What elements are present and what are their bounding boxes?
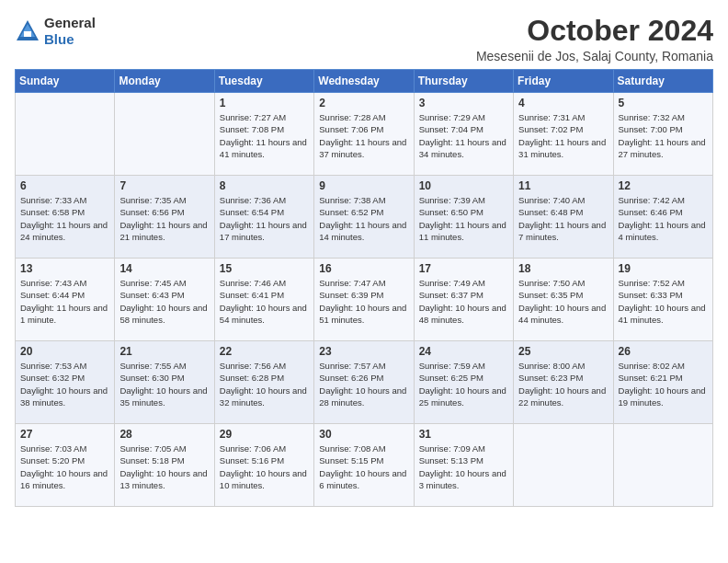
day-detail: Sunrise: 8:00 AM Sunset: 6:23 PM Dayligh… <box>518 360 608 408</box>
day-number: 5 <box>619 97 708 109</box>
day-detail: Sunrise: 7:49 AM Sunset: 6:37 PM Dayligh… <box>419 277 508 326</box>
day-detail: Sunrise: 7:29 AM Sunset: 7:04 PM Dayligh… <box>419 111 508 160</box>
day-number: 11 <box>518 179 608 192</box>
calendar-cell: 2Sunrise: 7:28 AM Sunset: 7:06 PM Daylig… <box>314 93 414 176</box>
day-number: 22 <box>220 345 309 358</box>
calendar-cell: 21Sunrise: 7:55 AM Sunset: 6:30 PM Dayli… <box>115 341 214 424</box>
weekday-header-monday: Monday <box>115 70 214 93</box>
logo-text: General Blue <box>44 15 96 48</box>
day-detail: Sunrise: 7:42 AM Sunset: 6:46 PM Dayligh… <box>619 194 708 243</box>
logo-general: General <box>44 15 96 30</box>
day-detail: Sunrise: 7:50 AM Sunset: 6:35 PM Dayligh… <box>518 277 608 326</box>
calendar-cell: 14Sunrise: 7:45 AM Sunset: 6:43 PM Dayli… <box>115 259 214 341</box>
day-number: 4 <box>518 97 608 109</box>
day-detail: Sunrise: 7:59 AM Sunset: 6:25 PM Dayligh… <box>419 360 508 408</box>
day-number: 1 <box>220 97 309 109</box>
logo: General Blue <box>15 15 96 48</box>
weekday-header-sunday: Sunday <box>16 70 115 93</box>
day-number: 25 <box>518 345 608 358</box>
calendar-cell: 3Sunrise: 7:29 AM Sunset: 7:04 PM Daylig… <box>414 93 513 176</box>
day-number: 17 <box>419 262 508 275</box>
day-detail: Sunrise: 7:09 AM Sunset: 5:13 PM Dayligh… <box>419 442 508 491</box>
calendar-cell: 12Sunrise: 7:42 AM Sunset: 6:46 PM Dayli… <box>613 176 712 259</box>
day-number: 26 <box>619 345 708 358</box>
calendar-cell: 29Sunrise: 7:06 AM Sunset: 5:16 PM Dayli… <box>214 424 313 507</box>
day-detail: Sunrise: 7:33 AM Sunset: 6:58 PM Dayligh… <box>20 194 109 243</box>
day-number: 16 <box>319 262 408 275</box>
calendar-table: SundayMondayTuesdayWednesdayThursdayFrid… <box>15 69 713 507</box>
calendar-week-row: 20Sunrise: 7:53 AM Sunset: 6:32 PM Dayli… <box>16 341 713 424</box>
day-detail: Sunrise: 7:06 AM Sunset: 5:16 PM Dayligh… <box>220 442 309 491</box>
calendar-subtitle: Mesesenii de Jos, Salaj County, Romania <box>476 49 713 63</box>
weekday-header-friday: Friday <box>514 70 613 93</box>
calendar-cell: 17Sunrise: 7:49 AM Sunset: 6:37 PM Dayli… <box>414 259 513 341</box>
calendar-title: October 2024 <box>476 15 713 47</box>
calendar-cell: 11Sunrise: 7:40 AM Sunset: 6:48 PM Dayli… <box>514 176 613 259</box>
day-number: 21 <box>119 345 209 358</box>
calendar-cell <box>16 93 115 176</box>
calendar-cell: 13Sunrise: 7:43 AM Sunset: 6:44 PM Dayli… <box>16 259 115 341</box>
day-number: 29 <box>220 428 309 441</box>
calendar-cell: 19Sunrise: 7:52 AM Sunset: 6:33 PM Dayli… <box>613 259 712 341</box>
day-number: 8 <box>220 179 309 192</box>
calendar-week-row: 1Sunrise: 7:27 AM Sunset: 7:08 PM Daylig… <box>16 93 713 176</box>
weekday-header-row: SundayMondayTuesdayWednesdayThursdayFrid… <box>16 70 713 93</box>
day-number: 24 <box>419 345 508 358</box>
day-number: 14 <box>119 262 209 275</box>
calendar-cell: 1Sunrise: 7:27 AM Sunset: 7:08 PM Daylig… <box>214 93 313 176</box>
day-number: 7 <box>119 179 209 192</box>
calendar-cell <box>115 93 214 176</box>
calendar-cell: 20Sunrise: 7:53 AM Sunset: 6:32 PM Dayli… <box>16 341 115 424</box>
calendar-cell: 22Sunrise: 7:56 AM Sunset: 6:28 PM Dayli… <box>214 341 313 424</box>
day-detail: Sunrise: 7:53 AM Sunset: 6:32 PM Dayligh… <box>20 360 109 408</box>
day-number: 15 <box>220 262 309 275</box>
logo-blue: Blue <box>44 31 74 47</box>
calendar-cell: 16Sunrise: 7:47 AM Sunset: 6:39 PM Dayli… <box>314 259 414 341</box>
calendar-cell: 24Sunrise: 7:59 AM Sunset: 6:25 PM Dayli… <box>414 341 513 424</box>
day-number: 3 <box>419 97 508 109</box>
weekday-header-tuesday: Tuesday <box>214 70 313 93</box>
day-detail: Sunrise: 7:45 AM Sunset: 6:43 PM Dayligh… <box>119 277 209 326</box>
weekday-header-thursday: Thursday <box>414 70 513 93</box>
day-number: 9 <box>319 179 408 192</box>
title-block: October 2024 Mesesenii de Jos, Salaj Cou… <box>476 15 713 63</box>
day-detail: Sunrise: 7:47 AM Sunset: 6:39 PM Dayligh… <box>319 277 408 326</box>
day-number: 27 <box>20 428 109 441</box>
calendar-cell: 27Sunrise: 7:03 AM Sunset: 5:20 PM Dayli… <box>16 424 115 507</box>
day-detail: Sunrise: 7:31 AM Sunset: 7:02 PM Dayligh… <box>518 111 608 160</box>
calendar-week-row: 13Sunrise: 7:43 AM Sunset: 6:44 PM Dayli… <box>16 259 713 341</box>
day-detail: Sunrise: 7:32 AM Sunset: 7:00 PM Dayligh… <box>619 111 708 160</box>
day-detail: Sunrise: 7:46 AM Sunset: 6:41 PM Dayligh… <box>220 277 309 326</box>
day-number: 28 <box>119 428 209 441</box>
day-number: 23 <box>319 345 408 358</box>
calendar-cell: 30Sunrise: 7:08 AM Sunset: 5:15 PM Dayli… <box>314 424 414 507</box>
day-number: 31 <box>419 428 508 441</box>
day-number: 20 <box>20 345 109 358</box>
day-detail: Sunrise: 7:27 AM Sunset: 7:08 PM Dayligh… <box>220 111 309 160</box>
day-detail: Sunrise: 7:39 AM Sunset: 6:50 PM Dayligh… <box>419 194 508 243</box>
calendar-cell: 7Sunrise: 7:35 AM Sunset: 6:56 PM Daylig… <box>115 176 214 259</box>
calendar-cell: 5Sunrise: 7:32 AM Sunset: 7:00 PM Daylig… <box>613 93 712 176</box>
day-detail: Sunrise: 7:56 AM Sunset: 6:28 PM Dayligh… <box>220 360 309 408</box>
day-detail: Sunrise: 7:08 AM Sunset: 5:15 PM Dayligh… <box>319 442 408 491</box>
calendar-cell: 28Sunrise: 7:05 AM Sunset: 5:18 PM Dayli… <box>115 424 214 507</box>
day-number: 12 <box>619 179 708 192</box>
svg-rect-2 <box>24 31 31 37</box>
calendar-cell: 10Sunrise: 7:39 AM Sunset: 6:50 PM Dayli… <box>414 176 513 259</box>
calendar-cell: 23Sunrise: 7:57 AM Sunset: 6:26 PM Dayli… <box>314 341 414 424</box>
day-number: 19 <box>619 262 708 275</box>
day-detail: Sunrise: 7:57 AM Sunset: 6:26 PM Dayligh… <box>319 360 408 408</box>
day-number: 10 <box>419 179 508 192</box>
day-number: 13 <box>20 262 109 275</box>
day-number: 18 <box>518 262 608 275</box>
page-header: General Blue October 2024 Mesesenii de J… <box>15 15 713 63</box>
calendar-week-row: 27Sunrise: 7:03 AM Sunset: 5:20 PM Dayli… <box>16 424 713 507</box>
calendar-cell: 4Sunrise: 7:31 AM Sunset: 7:02 PM Daylig… <box>514 93 613 176</box>
calendar-cell: 18Sunrise: 7:50 AM Sunset: 6:35 PM Dayli… <box>514 259 613 341</box>
calendar-cell: 8Sunrise: 7:36 AM Sunset: 6:54 PM Daylig… <box>214 176 313 259</box>
calendar-cell: 31Sunrise: 7:09 AM Sunset: 5:13 PM Dayli… <box>414 424 513 507</box>
day-detail: Sunrise: 7:05 AM Sunset: 5:18 PM Dayligh… <box>119 442 209 491</box>
day-number: 6 <box>20 179 109 192</box>
day-number: 30 <box>319 428 408 441</box>
weekday-header-wednesday: Wednesday <box>314 70 414 93</box>
